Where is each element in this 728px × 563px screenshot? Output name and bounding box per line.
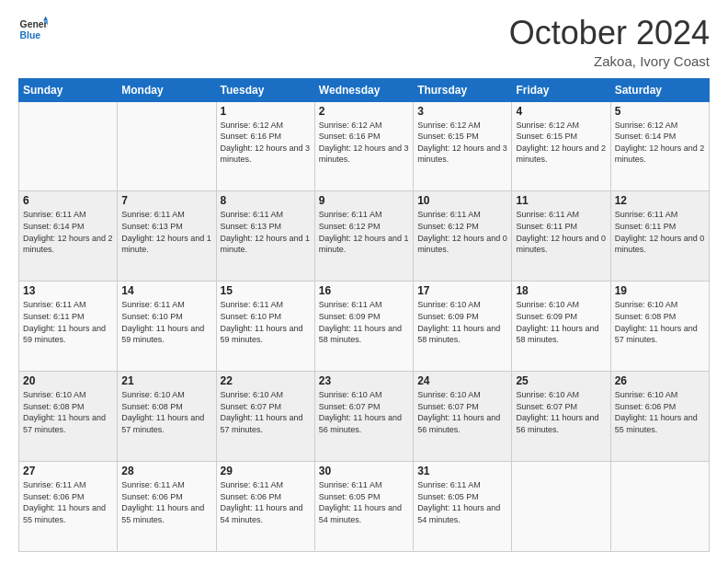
day-number: 28 bbox=[121, 465, 211, 477]
calendar-cell: 7Sunrise: 6:11 AMSunset: 6:13 PMDaylight… bbox=[118, 191, 216, 282]
day-number: 13 bbox=[23, 284, 113, 297]
day-info: Sunrise: 6:11 AMSunset: 6:06 PMDaylight:… bbox=[221, 479, 311, 525]
calendar-cell: 20Sunrise: 6:10 AMSunset: 6:08 PMDayligh… bbox=[19, 372, 118, 462]
day-info: Sunrise: 6:11 AMSunset: 6:13 PMDaylight:… bbox=[221, 209, 311, 255]
calendar-cell: 1Sunrise: 6:12 AMSunset: 6:16 PMDaylight… bbox=[216, 101, 314, 191]
logo-icon: General Blue bbox=[18, 15, 48, 44]
day-info: Sunrise: 6:11 AMSunset: 6:06 PMDaylight:… bbox=[23, 479, 113, 525]
calendar-cell: 4Sunrise: 6:12 AMSunset: 6:15 PMDaylight… bbox=[512, 101, 610, 191]
calendar-cell: 26Sunrise: 6:10 AMSunset: 6:06 PMDayligh… bbox=[610, 372, 709, 462]
day-number: 3 bbox=[417, 105, 507, 118]
location-title: Zakoa, Ivory Coast bbox=[509, 53, 710, 69]
day-info: Sunrise: 6:12 AMSunset: 6:14 PMDaylight:… bbox=[615, 120, 705, 166]
calendar-cell: 16Sunrise: 6:11 AMSunset: 6:09 PMDayligh… bbox=[314, 282, 413, 372]
title-block: October 2024 Zakoa, Ivory Coast bbox=[509, 15, 710, 69]
calendar-cell: 27Sunrise: 6:11 AMSunset: 6:06 PMDayligh… bbox=[19, 462, 118, 552]
calendar-cell: 15Sunrise: 6:11 AMSunset: 6:10 PMDayligh… bbox=[216, 282, 314, 372]
day-info: Sunrise: 6:11 AMSunset: 6:11 PMDaylight:… bbox=[615, 209, 705, 255]
day-info: Sunrise: 6:12 AMSunset: 6:16 PMDaylight:… bbox=[221, 120, 311, 166]
calendar-week-row-4: 20Sunrise: 6:10 AMSunset: 6:08 PMDayligh… bbox=[19, 372, 710, 462]
day-info: Sunrise: 6:11 AMSunset: 6:14 PMDaylight:… bbox=[23, 209, 113, 255]
header: General Blue October 2024 Zakoa, Ivory C… bbox=[18, 15, 710, 69]
day-info: Sunrise: 6:11 AMSunset: 6:13 PMDaylight:… bbox=[121, 209, 211, 255]
day-info: Sunrise: 6:10 AMSunset: 6:09 PMDaylight:… bbox=[417, 299, 507, 345]
calendar-cell: 9Sunrise: 6:11 AMSunset: 6:12 PMDaylight… bbox=[314, 191, 413, 282]
calendar-cell: 23Sunrise: 6:10 AMSunset: 6:07 PMDayligh… bbox=[314, 372, 413, 462]
calendar-cell: 29Sunrise: 6:11 AMSunset: 6:06 PMDayligh… bbox=[216, 462, 314, 552]
day-number: 25 bbox=[516, 374, 606, 387]
day-number: 18 bbox=[516, 284, 606, 297]
day-number: 9 bbox=[319, 194, 409, 207]
day-number: 5 bbox=[615, 105, 705, 118]
calendar-cell: 13Sunrise: 6:11 AMSunset: 6:11 PMDayligh… bbox=[19, 282, 118, 372]
calendar-week-row-5: 27Sunrise: 6:11 AMSunset: 6:06 PMDayligh… bbox=[19, 462, 710, 552]
day-number: 11 bbox=[516, 194, 606, 207]
day-info: Sunrise: 6:11 AMSunset: 6:11 PMDaylight:… bbox=[23, 299, 113, 345]
day-info: Sunrise: 6:10 AMSunset: 6:08 PMDaylight:… bbox=[615, 299, 705, 345]
day-info: Sunrise: 6:10 AMSunset: 6:07 PMDaylight:… bbox=[221, 389, 311, 435]
day-info: Sunrise: 6:10 AMSunset: 6:08 PMDaylight:… bbox=[23, 389, 113, 435]
day-info: Sunrise: 6:12 AMSunset: 6:16 PMDaylight:… bbox=[319, 120, 409, 166]
calendar-cell: 14Sunrise: 6:11 AMSunset: 6:10 PMDayligh… bbox=[118, 282, 216, 372]
calendar-cell: 19Sunrise: 6:10 AMSunset: 6:08 PMDayligh… bbox=[610, 282, 709, 372]
calendar-page: General Blue October 2024 Zakoa, Ivory C… bbox=[0, 0, 728, 563]
calendar-cell: 28Sunrise: 6:11 AMSunset: 6:06 PMDayligh… bbox=[118, 462, 216, 552]
day-info: Sunrise: 6:10 AMSunset: 6:07 PMDaylight:… bbox=[417, 389, 507, 435]
calendar-cell: 6Sunrise: 6:11 AMSunset: 6:14 PMDaylight… bbox=[19, 191, 118, 282]
header-thursday: Thursday bbox=[414, 78, 512, 101]
calendar-cell: 22Sunrise: 6:10 AMSunset: 6:07 PMDayligh… bbox=[216, 372, 314, 462]
day-number: 26 bbox=[615, 374, 705, 387]
day-number: 20 bbox=[23, 374, 113, 387]
day-number: 6 bbox=[23, 194, 113, 207]
header-saturday: Saturday bbox=[610, 78, 709, 101]
calendar-cell: 8Sunrise: 6:11 AMSunset: 6:13 PMDaylight… bbox=[216, 191, 314, 282]
svg-text:General: General bbox=[20, 19, 48, 29]
calendar-cell: 5Sunrise: 6:12 AMSunset: 6:14 PMDaylight… bbox=[610, 101, 709, 191]
day-info: Sunrise: 6:11 AMSunset: 6:12 PMDaylight:… bbox=[417, 209, 507, 255]
day-info: Sunrise: 6:11 AMSunset: 6:05 PMDaylight:… bbox=[417, 479, 507, 525]
day-info: Sunrise: 6:11 AMSunset: 6:09 PMDaylight:… bbox=[319, 299, 409, 345]
day-number: 14 bbox=[121, 284, 211, 297]
day-info: Sunrise: 6:11 AMSunset: 6:06 PMDaylight:… bbox=[121, 479, 211, 525]
calendar-cell: 2Sunrise: 6:12 AMSunset: 6:16 PMDaylight… bbox=[314, 101, 413, 191]
day-info: Sunrise: 6:11 AMSunset: 6:12 PMDaylight:… bbox=[319, 209, 409, 255]
weekday-header-row: Sunday Monday Tuesday Wednesday Thursday… bbox=[19, 78, 710, 101]
header-sunday: Sunday bbox=[19, 78, 118, 101]
day-info: Sunrise: 6:12 AMSunset: 6:15 PMDaylight:… bbox=[516, 120, 606, 166]
day-info: Sunrise: 6:10 AMSunset: 6:06 PMDaylight:… bbox=[615, 389, 705, 435]
day-number: 8 bbox=[221, 194, 311, 207]
header-wednesday: Wednesday bbox=[314, 78, 413, 101]
day-info: Sunrise: 6:10 AMSunset: 6:09 PMDaylight:… bbox=[516, 299, 606, 345]
calendar-week-row-1: 1Sunrise: 6:12 AMSunset: 6:16 PMDaylight… bbox=[19, 101, 710, 191]
day-info: Sunrise: 6:12 AMSunset: 6:15 PMDaylight:… bbox=[417, 120, 507, 166]
day-number: 29 bbox=[221, 465, 311, 477]
calendar-cell: 10Sunrise: 6:11 AMSunset: 6:12 PMDayligh… bbox=[414, 191, 512, 282]
day-number: 24 bbox=[417, 374, 507, 387]
calendar-table: Sunday Monday Tuesday Wednesday Thursday… bbox=[18, 78, 710, 552]
day-number: 17 bbox=[417, 284, 507, 297]
calendar-cell: 31Sunrise: 6:11 AMSunset: 6:05 PMDayligh… bbox=[414, 462, 512, 552]
calendar-cell bbox=[19, 101, 118, 191]
day-number: 27 bbox=[23, 465, 113, 477]
day-number: 7 bbox=[121, 194, 211, 207]
day-number: 12 bbox=[615, 194, 705, 207]
day-info: Sunrise: 6:11 AMSunset: 6:10 PMDaylight:… bbox=[121, 299, 211, 345]
day-info: Sunrise: 6:10 AMSunset: 6:07 PMDaylight:… bbox=[319, 389, 409, 435]
calendar-cell bbox=[610, 462, 709, 552]
calendar-cell: 30Sunrise: 6:11 AMSunset: 6:05 PMDayligh… bbox=[314, 462, 413, 552]
day-number: 4 bbox=[516, 105, 606, 118]
calendar-cell bbox=[512, 462, 610, 552]
calendar-cell: 18Sunrise: 6:10 AMSunset: 6:09 PMDayligh… bbox=[512, 282, 610, 372]
day-number: 10 bbox=[417, 194, 507, 207]
day-number: 1 bbox=[221, 105, 311, 118]
calendar-week-row-2: 6Sunrise: 6:11 AMSunset: 6:14 PMDaylight… bbox=[19, 191, 710, 282]
calendar-cell bbox=[118, 101, 216, 191]
calendar-cell: 21Sunrise: 6:10 AMSunset: 6:08 PMDayligh… bbox=[118, 372, 216, 462]
calendar-cell: 25Sunrise: 6:10 AMSunset: 6:07 PMDayligh… bbox=[512, 372, 610, 462]
calendar-cell: 11Sunrise: 6:11 AMSunset: 6:11 PMDayligh… bbox=[512, 191, 610, 282]
day-number: 15 bbox=[221, 284, 311, 297]
day-number: 31 bbox=[417, 465, 507, 477]
calendar-cell: 3Sunrise: 6:12 AMSunset: 6:15 PMDaylight… bbox=[414, 101, 512, 191]
day-number: 16 bbox=[319, 284, 409, 297]
day-number: 2 bbox=[319, 105, 409, 118]
